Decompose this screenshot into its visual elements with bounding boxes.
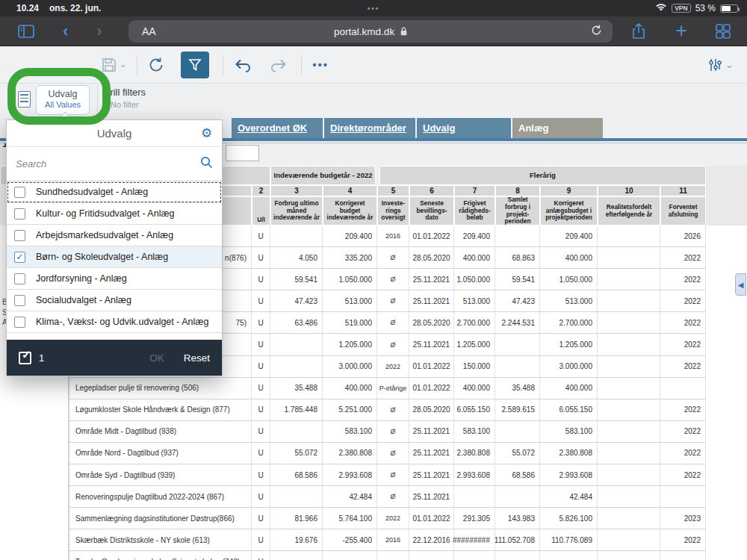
checkbox-unchecked[interactable] [14,273,25,284]
tab-anlæg[interactable]: Anlæg [512,118,603,138]
value-cell: U [252,356,270,378]
value-cell [495,421,540,443]
filter-token-udvalg[interactable]: Udvalg All Values [36,85,90,115]
back-button[interactable]: ‹ [63,23,68,40]
forward-button[interactable]: › [96,23,102,40]
table-row[interactable]: Område Syd - Dagtilbud (939)U68.5862.993… [69,464,747,486]
share-icon[interactable] [632,23,645,40]
value-cell: 68.586 [270,464,323,486]
dropdown-search-field[interactable]: Search [7,147,222,181]
tab-udvalg[interactable]: Udvalg [417,118,511,138]
settings-chevron-icon[interactable]: ⌄ [725,59,734,70]
search-input[interactable]: Search [16,158,200,169]
table-row[interactable]: Sammenlægning dagsinstitutioner Døstrup(… [69,508,747,529]
settings-sliders-icon[interactable] [707,57,722,72]
value-cell: 2.589.615 [495,399,540,421]
value-cell: 400.000 [540,247,598,269]
gear-icon[interactable]: ⚙ [201,125,222,141]
table-row[interactable]: Renoveringspulje Dagtilbud 2022-2024 (86… [69,486,747,508]
value-cell: 2.380.808 [454,443,495,464]
value-cell: 400.000 [323,378,377,399]
table-row[interactable]: Område Midt - Dagtilbud (938)U583.100Ø25… [69,421,747,443]
value-cell [598,399,660,421]
value-cell: U [252,443,270,464]
value-cell [409,551,454,560]
redo-icon[interactable] [270,57,288,72]
filter-token-title: Udvalg [37,89,89,99]
filter-token-bar: Udvalg All Values Drill filters No filte… [0,84,747,116]
value-cell [377,551,409,560]
value-cell: 25.11.2021 [409,486,454,508]
value-cell: 2.700.000 [540,312,598,334]
value-cell: 1.205.000 [540,334,598,355]
value-cell [598,269,660,290]
value-cell: 1.205.000 [454,334,495,355]
value-cell: 55.072 [495,443,540,464]
table-row[interactable]: Skærbæk Distriktsskole - NY skole (613)U… [69,529,747,551]
project-name-cell: Legepladser pulje til renovering (506) [69,378,252,399]
ok-button[interactable]: OK [149,352,164,364]
value-cell: 2.244.531 [495,312,540,334]
more-icon[interactable]: ••• [312,58,329,71]
value-cell: 6.055.150 [454,399,495,421]
filter-summary-icon[interactable] [18,91,31,108]
dropdown-item-label: Kultur- og Fritidsudvalget - Anlæg [36,208,175,219]
sidebar-icon[interactable] [18,25,34,38]
project-name-cell: Område Nord - Dagtilbud (937) [69,443,252,464]
tab-overordnet-øk[interactable]: Overordnet ØK [232,118,323,138]
value-cell: 513.000 [323,290,377,312]
dropdown-item[interactable]: Arbejdsmarkedsudvalget - Anlæg [7,225,222,246]
value-cell: 25.11.2021 [409,334,454,355]
value-cell [598,312,660,334]
save-icon[interactable] [102,57,117,72]
value-cell: 143.983 [495,508,540,529]
value-cell: 47.423 [270,290,323,312]
table-row[interactable]: Tønder Overbygningsskole - Svinget skole… [69,551,747,560]
reset-button[interactable]: Reset [184,352,210,364]
refresh-icon[interactable] [148,57,164,73]
value-cell: 59.541 [270,269,323,290]
checkbox-unchecked[interactable] [14,295,25,306]
tab-direktørområder[interactable]: Direktørområder [324,118,415,138]
checkbox-unchecked[interactable] [14,187,25,198]
dropdown-item[interactable]: Kultur- og Fritidsudvalget - Anlæg [7,203,222,225]
value-cell: 2022 [660,443,706,464]
checkbox-checked[interactable]: ✓ [14,252,25,263]
dropdown-item[interactable]: ✓Børn- og Skoleudvalget - Anlæg [7,246,222,268]
table-row[interactable]: Legepladser pulje til renovering (506)U3… [69,378,747,399]
prompt-input-box[interactable] [226,145,259,161]
dropdown-item[interactable]: Sundhedsudvalget - Anlæg [7,181,222,203]
scroll-left-button[interactable]: ◀ [735,273,746,296]
table-row[interactable]: Område Nord - Dagtilbud (937)U55.0722.38… [69,443,747,464]
value-cell: 25.11.2021 [409,443,454,464]
save-chevron-icon[interactable]: ⌄ [120,60,126,69]
tabs-icon[interactable] [716,24,731,39]
checkbox-unchecked[interactable] [14,230,25,241]
address-bar[interactable]: AA portal.kmd.dk [128,20,613,43]
value-cell: Ø [377,399,409,421]
checkbox-unchecked[interactable] [14,317,25,328]
value-cell: 25.11.2021 [409,269,454,290]
value-cell: U [252,508,270,529]
checkbox-unchecked[interactable] [14,208,25,220]
value-cell [598,247,660,269]
col-number-3: 3 [270,185,323,196]
value-cell [495,225,540,247]
search-icon[interactable] [200,156,213,172]
value-cell [598,486,660,508]
undo-icon[interactable] [234,57,252,72]
dropdown-item[interactable]: Jordforsyning - Anlæg [7,268,222,290]
value-cell: U [252,269,270,290]
value-cell: 1.050.000 [454,269,495,290]
value-cell: 5.826.100 [540,508,598,529]
value-cell: Ø [377,290,409,312]
new-tab-icon[interactable]: + [675,19,687,43]
dropdown-item[interactable]: Socialudvalget - Anlæg [7,290,222,311]
value-cell: 2022 [377,356,409,378]
value-cell: 35.488 [270,378,323,399]
value-cell: 2022 [660,464,706,486]
table-row[interactable]: Løgumkloster Skole Håndværk & Design (87… [69,399,747,421]
filter-button[interactable] [181,52,209,78]
dropdown-item[interactable]: Klima-, Vækst- og Udvik.udvalget - Anlæg [7,311,222,333]
value-cell [270,225,323,247]
